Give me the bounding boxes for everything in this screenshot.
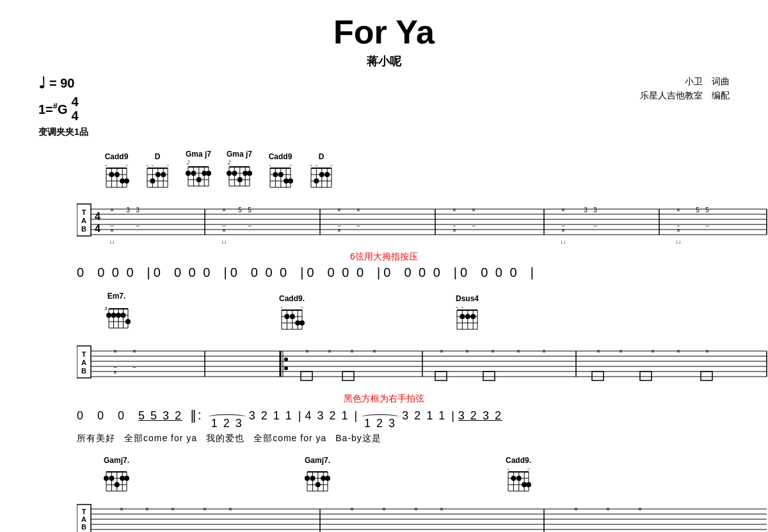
svg-text:A: A xyxy=(81,217,86,224)
svg-point-272 xyxy=(516,476,522,481)
svg-point-55 xyxy=(227,171,232,176)
svg-point-257 xyxy=(305,476,310,481)
svg-text:×: × xyxy=(372,348,376,355)
tempo-section: ♩ = 90 xyxy=(38,74,88,92)
svg-text:×: × xyxy=(113,369,117,376)
song-title: For Ya xyxy=(38,13,730,51)
svg-rect-231 xyxy=(592,372,604,380)
chord-row-2: Em7. 3 Cadd9. xyxy=(102,292,730,336)
svg-point-246 xyxy=(124,476,129,481)
credits-section: 小卫 词曲 乐星人吉他教室 编配 xyxy=(640,74,730,103)
svg-text:↓↓: ↓↓ xyxy=(109,239,115,245)
svg-text:×: × xyxy=(310,163,312,168)
chord-gmaj7-2: Gma j7 2 xyxy=(225,150,253,194)
svg-text:5: 5 xyxy=(248,207,252,214)
svg-text:×: × xyxy=(120,506,124,513)
chord-gamj7-2: Gamj7. xyxy=(303,456,332,497)
svg-text:×: × xyxy=(676,348,680,355)
svg-text:×: × xyxy=(651,348,655,355)
svg-point-171 xyxy=(290,314,295,319)
chord-row-3: Gamj7. Gamj7. xyxy=(102,456,730,497)
svg-text:3: 3 xyxy=(593,207,597,214)
svg-text:×: × xyxy=(619,348,623,355)
svg-text:×: × xyxy=(203,506,207,513)
capo-text: 变调夹夹1品 xyxy=(38,127,88,138)
svg-text:×: × xyxy=(110,207,114,214)
svg-text:↓↓: ↓↓ xyxy=(221,239,227,245)
svg-text:×: × xyxy=(315,163,317,168)
svg-text:×: × xyxy=(113,348,117,355)
chord-cadd9-3: Cadd9. × ○ xyxy=(278,294,306,336)
svg-text:×: × xyxy=(171,506,175,513)
svg-point-24 xyxy=(156,172,161,177)
composer-credit: 小卫 词曲 xyxy=(640,74,730,88)
svg-point-260 xyxy=(325,476,330,481)
svg-point-274 xyxy=(526,482,531,487)
svg-text:–: – xyxy=(132,364,136,370)
svg-text:B: B xyxy=(81,225,86,233)
svg-rect-225 xyxy=(483,372,495,380)
svg-text:×: × xyxy=(452,207,456,214)
svg-text:×: × xyxy=(456,305,458,310)
svg-text:×: × xyxy=(132,348,136,355)
svg-point-69 xyxy=(273,172,278,177)
tab-staff-2: T A B × × – – × xyxy=(38,340,730,391)
svg-rect-217 xyxy=(301,372,312,380)
tab-staff-1: T A B 4 4 × 3 3 – – xyxy=(38,198,730,249)
svg-point-186 xyxy=(465,314,470,319)
svg-text:3: 3 xyxy=(104,306,108,311)
chord-gmaj7-1: Gma j7 2 xyxy=(184,150,212,194)
title-section: For Ya 蒋小呢 xyxy=(38,13,730,69)
svg-point-158 xyxy=(116,313,121,318)
svg-text:×: × xyxy=(676,207,680,214)
svg-text:○: ○ xyxy=(125,163,128,168)
meta-row: ♩ = 90 1=#G 4 4 变调夹夹1品 小卫 词曲 乐星人吉他教室 编配 xyxy=(38,74,730,138)
svg-text:×: × xyxy=(465,348,469,355)
svg-point-261 xyxy=(316,482,321,487)
svg-text:×: × xyxy=(269,163,271,168)
svg-text:×: × xyxy=(606,506,610,513)
svg-text:×: × xyxy=(676,227,680,234)
svg-text:2: 2 xyxy=(228,160,230,166)
chord-row-1: Cadd9 × ○ xyxy=(102,150,730,194)
svg-rect-233 xyxy=(701,372,712,380)
svg-text:5: 5 xyxy=(238,207,242,214)
svg-rect-232 xyxy=(640,372,652,380)
svg-text:5: 5 xyxy=(696,207,700,214)
svg-text:T: T xyxy=(82,508,86,515)
svg-text:3: 3 xyxy=(126,207,130,214)
svg-text:B: B xyxy=(81,523,86,531)
arranger-credit: 乐星人吉他教室 编配 xyxy=(640,88,730,102)
key-label: 1=#G xyxy=(38,101,68,117)
svg-text:3: 3 xyxy=(584,207,588,214)
svg-text:×: × xyxy=(705,348,709,355)
svg-point-247 xyxy=(115,482,120,487)
svg-point-157 xyxy=(111,313,116,318)
svg-text:×: × xyxy=(337,227,341,234)
svg-point-9 xyxy=(109,172,114,177)
svg-text:–: – xyxy=(593,223,596,229)
svg-text:×: × xyxy=(151,163,154,168)
svg-text:–: – xyxy=(356,223,360,229)
chord-cadd9: Cadd9 × ○ xyxy=(102,152,131,194)
svg-point-42 xyxy=(196,177,202,182)
tempo-note-icon: ♩ xyxy=(38,74,45,92)
number-line-2: 0 0 0 5 5 3 2 ‖: 1 2 3 3 2 1 1 | 4 3 2 1… xyxy=(77,407,730,430)
tempo-value: = 90 xyxy=(49,76,74,91)
svg-text:○: ○ xyxy=(330,163,333,168)
chord-cadd9-2: Cadd9 × ○ xyxy=(266,152,294,194)
svg-text:5: 5 xyxy=(705,207,709,214)
svg-point-86 xyxy=(314,178,319,184)
svg-text:×: × xyxy=(356,207,360,214)
svg-text:×: × xyxy=(382,506,386,513)
svg-point-10 xyxy=(115,172,120,177)
svg-text:×: × xyxy=(414,506,418,513)
annotation-2: 黑色方框为右手拍弦 xyxy=(38,393,730,405)
svg-text:–: – xyxy=(248,223,251,229)
svg-point-202 xyxy=(284,357,288,361)
song-artist: 蒋小呢 xyxy=(38,54,730,69)
svg-text:×: × xyxy=(542,348,546,355)
svg-text:×: × xyxy=(452,227,456,234)
time-sig: 4 4 xyxy=(72,95,79,123)
svg-point-258 xyxy=(310,476,315,481)
